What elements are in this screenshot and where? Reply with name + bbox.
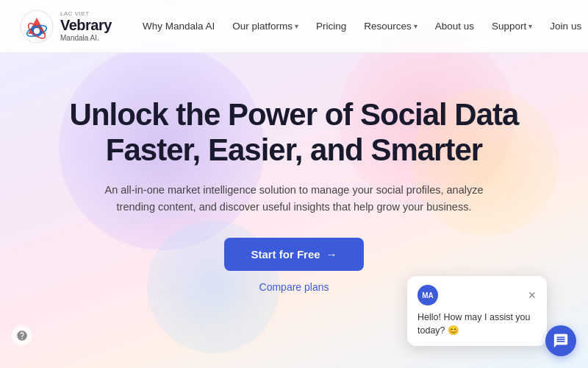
chevron-down-icon: ▾ — [414, 22, 417, 30]
chevron-down-icon: ▾ — [295, 22, 298, 30]
nav-item-why[interactable]: Why Mandala AI — [135, 16, 222, 36]
arrow-icon: → — [326, 248, 337, 261]
nav-item-pricing[interactable]: Pricing — [309, 16, 354, 36]
chat-close-button[interactable]: ✕ — [528, 290, 537, 300]
nav-item-resources[interactable]: Resources ▾ — [356, 16, 425, 36]
nav-item-join[interactable]: Join us — [542, 16, 588, 36]
logo-icon — [18, 7, 56, 46]
logo-text: LAC VIET Vebrary Mandala AI. — [60, 10, 112, 42]
svg-point-3 — [34, 28, 40, 34]
chat-message: Hello! How may I assist you today? 😊 — [417, 311, 537, 337]
logo-lacviet: LAC VIET — [60, 10, 112, 17]
logo-sub: Mandala AI. — [60, 34, 112, 42]
logo[interactable]: LAC VIET Vebrary Mandala AI. — [18, 7, 112, 46]
nav-item-support[interactable]: Support ▾ — [484, 16, 539, 36]
hero-section: Unlock the Power of Social Data Faster, … — [0, 53, 588, 293]
logo-brand: Vebrary — [60, 17, 112, 34]
chat-avatar: MA — [417, 285, 438, 305]
chat-header: MA ✕ — [417, 285, 537, 305]
nav-item-about[interactable]: About us — [428, 16, 481, 36]
chevron-down-icon: ▾ — [528, 22, 532, 30]
hero-title: Unlock the Power of Social Data Faster, … — [70, 97, 519, 169]
hero-subtitle: An all-in-one market intelligence soluti… — [103, 182, 485, 216]
chat-widget: MA ✕ Hello! How may I assist you today? … — [407, 276, 547, 346]
compare-plans-link[interactable]: Compare plans — [259, 281, 329, 293]
navbar: LAC VIET Vebrary Mandala AI. Why Mandala… — [0, 0, 588, 53]
start-free-button[interactable]: Start for Free → — [224, 238, 363, 271]
nav-item-platforms[interactable]: Our platforms ▾ — [225, 16, 306, 36]
chat-launcher-button[interactable] — [545, 325, 576, 356]
nav-links: Why Mandala AI Our platforms ▾ Pricing R… — [135, 16, 588, 36]
help-icon[interactable] — [12, 325, 32, 346]
